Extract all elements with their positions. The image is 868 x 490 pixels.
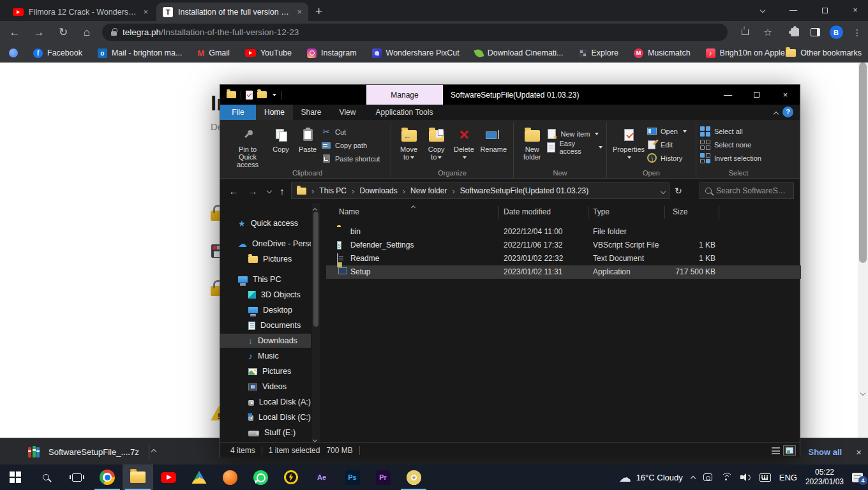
touch-keyboard-icon[interactable] <box>760 473 771 482</box>
crumb-this-pc[interactable]: This PC <box>319 186 347 195</box>
sidebar-item-stuff-e[interactable]: Stuff (E:) <box>220 426 311 440</box>
tab-search-chevron-icon[interactable] <box>750 0 775 20</box>
sidebar-item-documents[interactable]: Documents <box>220 318 311 332</box>
show-hidden-icons-button[interactable] <box>691 473 695 482</box>
copy-button[interactable]: Copy <box>267 124 294 155</box>
bookmark-instagram[interactable]: Instagram <box>307 48 357 58</box>
bookmark-explore[interactable]: Explore <box>579 48 618 57</box>
explorer-close-button[interactable]: × <box>771 85 800 105</box>
taskbar-premiere[interactable] <box>368 464 398 490</box>
breadcrumb[interactable]: › This PC › Downloads › New folder › Sof… <box>291 182 670 199</box>
copy-path-button[interactable]: Copy path <box>321 139 380 151</box>
column-header-size[interactable]: Size <box>673 207 687 216</box>
sidebar-item-quick-access[interactable]: ★Quick access <box>220 216 311 230</box>
new-folder-shortcut-icon[interactable] <box>257 91 267 98</box>
page-scrollbar-thumb[interactable] <box>859 63 867 263</box>
bookmark-facebook[interactable]: Facebook <box>33 48 82 58</box>
address-dropdown-icon[interactable] <box>661 186 665 195</box>
collapse-ribbon-icon[interactable] <box>774 109 778 118</box>
explorer-title-bar[interactable]: Manage SoftwareSetupFile(Updated 01.03.2… <box>220 85 800 105</box>
weather-widget[interactable]: ☁ 16°C Cloudy <box>619 471 683 484</box>
bookmark-pixcut[interactable]: Wondershare PixCut <box>372 48 460 58</box>
chevron-up-icon[interactable] <box>151 449 156 454</box>
quick-access-folder-icon[interactable] <box>227 91 236 98</box>
bookmark-musicmatch[interactable]: Musicmatch <box>634 48 691 58</box>
sidebar-item-disk-c[interactable]: Local Disk (C:) <box>220 410 311 424</box>
sidebar-item-onedrive[interactable]: ☁OneDrive - Person <box>220 237 311 251</box>
nav-forward-icon[interactable]: → <box>244 179 261 203</box>
show-all-downloads-button[interactable]: Show all <box>809 447 842 457</box>
menu-share[interactable]: Share <box>293 105 329 120</box>
paste-button[interactable]: Paste <box>294 124 321 155</box>
browser-tab-filmora[interactable]: Filmora 12 Crack - Wondershare × <box>6 3 154 21</box>
properties-button[interactable]: Properties <box>611 124 647 163</box>
file-row-setup-selected[interactable]: Setup 2023/01/02 11:31 Application 717 5… <box>326 265 801 279</box>
file-row-readme[interactable]: Readme 2023/01/02 22:32 Text Document 1 … <box>326 252 801 265</box>
taskbar-disc-app[interactable] <box>398 464 429 490</box>
language-indicator[interactable]: ENG <box>779 473 797 482</box>
close-shelf-icon[interactable]: × <box>856 447 862 457</box>
browser-minimize-button[interactable]: — <box>781 0 806 20</box>
new-folder-button[interactable]: New folder <box>518 124 547 163</box>
menu-home[interactable]: Home <box>256 105 293 120</box>
menu-file[interactable]: File <box>220 105 256 120</box>
details-view-button[interactable] <box>769 445 782 456</box>
history-button[interactable]: History <box>647 152 687 164</box>
sidebar-item-music[interactable]: ♪Music <box>220 349 311 363</box>
sidebar-item-pictures[interactable]: Pictures <box>220 364 311 378</box>
column-header-name[interactable]: Name <box>339 207 359 216</box>
explorer-minimize-button[interactable]: — <box>714 85 742 105</box>
start-button[interactable] <box>0 464 31 490</box>
bookmark-star-icon[interactable]: ☆ <box>758 21 777 43</box>
rename-button[interactable]: Rename <box>477 124 509 155</box>
browser-tab-installation[interactable]: T Installation of the full version – Te … <box>156 3 308 21</box>
bookmark-cinematic[interactable]: Download Cinemati... <box>475 48 564 57</box>
sidebar-scroll-up-icon[interactable] <box>313 205 317 214</box>
edit-button[interactable]: Edit <box>647 138 687 151</box>
search-box[interactable]: Search SoftwareSe... <box>700 182 794 199</box>
help-icon[interactable] <box>782 107 793 117</box>
qat-dropdown-icon[interactable] <box>273 94 276 96</box>
sidebar-item-desktop[interactable]: Desktop <box>220 303 311 317</box>
move-to-button[interactable]: ← Move to <box>395 124 423 163</box>
explorer-maximize-button[interactable] <box>742 85 771 105</box>
forward-icon[interactable]: → <box>29 21 49 43</box>
select-none-button[interactable]: Select none <box>700 138 761 151</box>
crumb-current-folder[interactable]: SoftwareSetupFile(Updated 01.03.23) <box>460 186 588 195</box>
paste-shortcut-button[interactable]: Paste shortcut <box>321 152 380 165</box>
taskbar-search-button[interactable] <box>31 464 61 490</box>
manage-contextual-tab[interactable]: Manage <box>366 85 443 105</box>
column-header-type[interactable]: Type <box>593 207 610 216</box>
menu-view[interactable]: View <box>329 105 366 120</box>
volume-icon[interactable] <box>740 473 751 482</box>
easy-access-button[interactable]: Easy access <box>547 141 602 153</box>
cut-button[interactable]: ✂Cut <box>321 126 380 138</box>
taskbar-youtube[interactable] <box>153 464 184 490</box>
profile-avatar[interactable]: B <box>827 21 846 43</box>
address-bar[interactable]: telegra.ph/Installation-of-the-full-vers… <box>102 24 728 41</box>
sidebar-item-pictures-onedrive[interactable]: Pictures <box>220 252 311 266</box>
nav-up-icon[interactable]: ↑ <box>274 179 290 203</box>
taskbar-fl-studio[interactable] <box>214 464 245 490</box>
refresh-icon[interactable]: ↻ <box>675 179 682 203</box>
thumbnail-view-button[interactable] <box>783 445 796 456</box>
menu-application-tools[interactable]: Application Tools <box>366 105 443 120</box>
taskbar-chrome[interactable] <box>92 464 123 490</box>
taskbar-google-drive[interactable] <box>184 464 214 490</box>
back-icon[interactable]: ← <box>5 21 24 43</box>
clock[interactable]: 05:22 2023/01/03 <box>805 468 844 487</box>
file-row-defender-settings[interactable]: Defender_Settings 2022/11/06 17:32 VBScr… <box>326 239 801 252</box>
crumb-new-folder[interactable]: New folder <box>410 186 447 195</box>
browser-close-button[interactable]: × <box>842 0 868 20</box>
new-item-button[interactable]: ★New item <box>547 128 602 140</box>
select-all-button[interactable]: Select all <box>700 125 761 137</box>
tab-close-icon[interactable]: × <box>143 7 148 17</box>
taskbar-whatsapp[interactable] <box>245 464 276 490</box>
properties-shortcut-icon[interactable] <box>246 91 253 100</box>
reload-icon[interactable]: ↻ <box>54 21 73 43</box>
column-header-date[interactable]: Date modified <box>504 207 551 216</box>
sidebar-item-this-pc[interactable]: This PC <box>220 272 311 286</box>
sidebar-scrollbar-thumb[interactable] <box>313 212 318 327</box>
scroll-down-icon[interactable] <box>861 386 865 397</box>
sidebar-item-downloads[interactable]: ↓Downloads <box>220 334 311 348</box>
